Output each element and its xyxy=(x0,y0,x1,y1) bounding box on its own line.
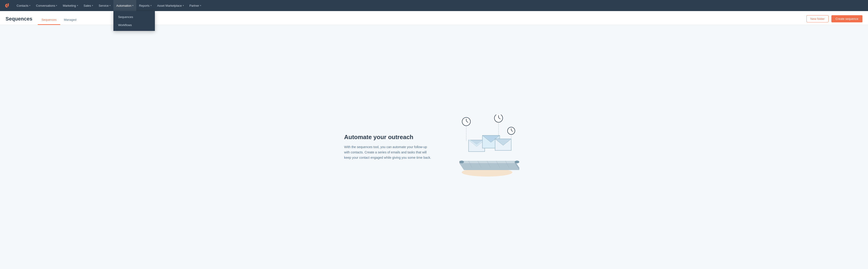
nav-item-sales[interactable]: Sales ▾ xyxy=(81,0,96,11)
page-header-left: Sequences Sequences Managed xyxy=(5,15,80,25)
nav-items-list: Contacts ▾ Conversations ▾ Marketing ▾ S… xyxy=(14,0,204,11)
svg-point-7 xyxy=(459,160,464,163)
chevron-down-icon: ▾ xyxy=(132,4,133,7)
automation-dropdown: Sequences Workflows xyxy=(114,11,155,31)
hubspot-logo[interactable] xyxy=(4,2,10,9)
top-navigation: Contacts ▾ Conversations ▾ Marketing ▾ S… xyxy=(0,0,868,11)
page-title: Sequences xyxy=(5,16,32,25)
nav-item-automation[interactable]: Automation ▾ Sequences Workflows xyxy=(114,0,136,11)
promo-description: With the sequences tool, you can automat… xyxy=(344,144,432,160)
dropdown-item-sequences[interactable]: Sequences xyxy=(114,13,155,21)
promo-text: Automate your outreach With the sequence… xyxy=(344,133,432,160)
nav-item-asset-marketplace[interactable]: Asset Marketplace ▾ xyxy=(154,0,187,11)
nav-item-reports[interactable]: Reports ▾ xyxy=(136,0,154,11)
chevron-down-icon: ▾ xyxy=(110,4,111,7)
chevron-down-icon: ▾ xyxy=(92,4,93,7)
nav-item-conversations[interactable]: Conversations ▾ xyxy=(33,0,60,11)
svg-point-8 xyxy=(515,160,519,163)
promo-title: Automate your outreach xyxy=(344,133,432,141)
nav-item-service[interactable]: Service ▾ xyxy=(96,0,114,11)
chevron-down-icon: ▾ xyxy=(151,4,152,7)
chevron-down-icon: ▾ xyxy=(77,4,78,7)
nav-item-contacts[interactable]: Contacts ▾ xyxy=(14,0,33,11)
nav-item-marketing[interactable]: Marketing ▾ xyxy=(60,0,81,11)
promo-section: Automate your outreach With the sequence… xyxy=(344,115,524,179)
page-header-right: New folder Create sequence xyxy=(806,15,863,25)
svg-point-17 xyxy=(462,117,470,126)
create-sequence-button[interactable]: Create sequence xyxy=(831,15,863,22)
chevron-down-icon: ▾ xyxy=(183,4,184,7)
chevron-down-icon: ▾ xyxy=(56,4,57,7)
nav-item-partner[interactable]: Partner ▾ xyxy=(187,0,204,11)
chevron-down-icon: ▾ xyxy=(29,4,30,7)
tab-sequences[interactable]: Sequences xyxy=(38,15,60,25)
svg-point-25 xyxy=(507,127,515,134)
main-content: Automate your outreach With the sequence… xyxy=(0,25,868,269)
chevron-down-icon: ▾ xyxy=(200,4,201,7)
new-folder-button[interactable]: New folder xyxy=(806,15,829,22)
dropdown-item-workflows[interactable]: Workflows xyxy=(114,21,155,29)
tab-managed[interactable]: Managed xyxy=(60,15,80,25)
promo-illustration xyxy=(450,115,524,179)
page-tabs: Sequences Managed xyxy=(38,15,80,25)
